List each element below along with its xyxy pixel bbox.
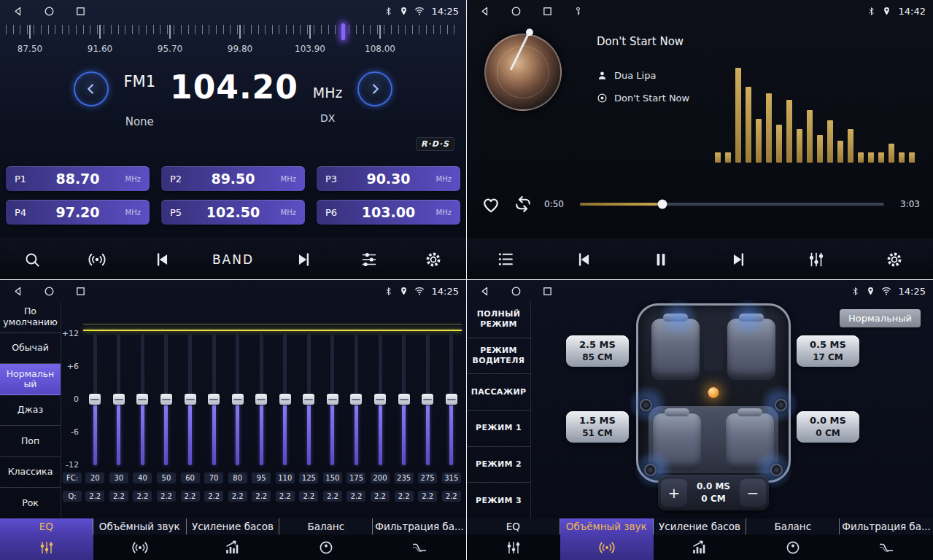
listening-mode-item[interactable]: РЕЖИМ 3 bbox=[467, 483, 530, 518]
eq-preset-item[interactable]: Нормальный bbox=[0, 364, 61, 395]
eq-slider-knob[interactable] bbox=[350, 394, 362, 405]
eq-band-slider[interactable] bbox=[155, 334, 179, 465]
repeat-icon[interactable] bbox=[512, 193, 534, 215]
tab-eq[interactable]: EQ bbox=[0, 518, 93, 560]
album-art[interactable] bbox=[484, 34, 562, 111]
preset-button[interactable]: P3 90.30 MHz bbox=[317, 166, 460, 191]
tab-bass-boost[interactable]: Усиление басов bbox=[187, 518, 280, 560]
listening-mode-item[interactable]: ПАССАЖИР bbox=[467, 374, 530, 411]
eq-slider-knob[interactable] bbox=[113, 394, 125, 405]
eq-band-slider[interactable] bbox=[249, 334, 274, 465]
listening-position-ball[interactable] bbox=[708, 387, 719, 398]
eq-band-slider[interactable] bbox=[439, 334, 463, 465]
eq-band-slider[interactable] bbox=[131, 334, 155, 465]
tab-surround[interactable]: Объёмный звук bbox=[560, 518, 654, 560]
band-frequency: 40 bbox=[133, 472, 152, 483]
previous-track-icon[interactable] bbox=[569, 250, 598, 269]
tab-surround[interactable]: Объёмный звук bbox=[93, 518, 187, 560]
delay-increase-button[interactable]: + bbox=[661, 479, 687, 507]
tab-filter[interactable]: Фильтрация ба... bbox=[373, 518, 466, 560]
preset-button[interactable]: P6 103.00 MHz bbox=[317, 200, 460, 225]
tab-eq[interactable]: EQ bbox=[467, 518, 560, 560]
nav-home-icon[interactable] bbox=[43, 285, 55, 298]
eq-slider-knob[interactable] bbox=[374, 394, 386, 405]
eq-band-slider[interactable] bbox=[225, 334, 249, 465]
preset-button[interactable]: P2 89.50 MHz bbox=[161, 166, 305, 191]
eq-preset-item[interactable]: По умолчанию bbox=[0, 302, 61, 333]
tune-up-button[interactable] bbox=[357, 71, 392, 106]
eq-slider-knob[interactable] bbox=[208, 394, 220, 405]
nav-recents-icon[interactable] bbox=[74, 285, 87, 298]
nav-recents-icon[interactable] bbox=[541, 285, 554, 298]
slider-track-upper bbox=[164, 334, 168, 400]
scan-icon[interactable] bbox=[18, 250, 47, 269]
eq-slider-knob[interactable] bbox=[446, 394, 457, 405]
eq-preset-item[interactable]: Обычай bbox=[0, 333, 61, 365]
eq-sliders-icon[interactable] bbox=[802, 250, 831, 269]
previous-icon[interactable] bbox=[147, 250, 177, 269]
eq-preset-item[interactable]: Рок bbox=[0, 488, 61, 518]
listening-mode-item[interactable]: РЕЖИМ 2 bbox=[467, 447, 530, 483]
nav-home-icon[interactable] bbox=[510, 5, 522, 18]
settings-gear-icon[interactable] bbox=[880, 250, 909, 269]
tab-balance[interactable]: Баланс bbox=[279, 518, 373, 560]
eq-band-slider[interactable] bbox=[107, 334, 131, 465]
eq-band-slider[interactable] bbox=[368, 334, 392, 465]
nav-home-icon[interactable] bbox=[43, 5, 55, 18]
nav-back-icon[interactable] bbox=[479, 285, 491, 298]
sound-preset-badge[interactable]: Нормальный bbox=[840, 309, 921, 327]
eq-slider-knob[interactable] bbox=[303, 394, 314, 405]
favorite-heart-icon[interactable] bbox=[480, 193, 502, 215]
eq-slider-knob[interactable] bbox=[160, 394, 172, 405]
preset-button[interactable]: P1 88.70 MHz bbox=[6, 166, 150, 191]
listening-mode-item[interactable]: РЕЖИМ 1 bbox=[467, 411, 530, 447]
eq-slider-knob[interactable] bbox=[89, 394, 101, 405]
eq-preset-item[interactable]: Джаз bbox=[0, 395, 61, 427]
tune-sliders-icon[interactable] bbox=[355, 250, 384, 269]
eq-preset-item[interactable]: Поп bbox=[0, 426, 61, 457]
next-track-icon[interactable] bbox=[724, 250, 754, 269]
broadcast-icon[interactable] bbox=[82, 249, 112, 270]
eq-band-slider[interactable] bbox=[83, 334, 107, 465]
tune-down-button[interactable] bbox=[74, 71, 109, 106]
eq-band-slider[interactable] bbox=[344, 334, 368, 465]
nav-back-icon[interactable] bbox=[12, 5, 24, 18]
eq-slider-knob[interactable] bbox=[279, 394, 291, 405]
nav-back-icon[interactable] bbox=[479, 5, 491, 18]
nav-back-icon[interactable] bbox=[12, 285, 24, 298]
nav-recents-icon[interactable] bbox=[74, 5, 87, 18]
nav-recents-icon[interactable] bbox=[541, 5, 554, 18]
preset-button[interactable]: P4 97.20 MHz bbox=[6, 200, 150, 225]
pause-icon[interactable] bbox=[646, 250, 675, 269]
eq-band-slider[interactable] bbox=[274, 334, 298, 465]
next-icon[interactable] bbox=[290, 250, 319, 269]
progress-slider[interactable] bbox=[580, 203, 884, 206]
eq-preset-item[interactable]: Классика bbox=[0, 457, 61, 489]
nav-home-icon[interactable] bbox=[510, 285, 522, 298]
preset-button[interactable]: P5 102.50 MHz bbox=[161, 200, 305, 225]
tab-bass-boost[interactable]: Усиление басов bbox=[654, 518, 747, 560]
eq-slider-knob[interactable] bbox=[185, 394, 196, 405]
listening-mode-item[interactable]: РЕЖИМ ВОДИТЕЛЯ bbox=[467, 338, 530, 375]
playlist-icon[interactable] bbox=[491, 249, 520, 269]
eq-band-slider[interactable] bbox=[392, 334, 416, 465]
eq-slider-knob[interactable] bbox=[327, 394, 338, 405]
listening-mode-item[interactable]: ПОЛНЫЙ РЕЖИМ bbox=[467, 302, 530, 338]
settings-gear-icon[interactable] bbox=[419, 250, 448, 269]
eq-band-slider[interactable] bbox=[321, 334, 345, 465]
eq-slider-knob[interactable] bbox=[136, 394, 148, 405]
eq-band-slider[interactable] bbox=[297, 334, 321, 465]
eq-slider-knob[interactable] bbox=[422, 394, 433, 405]
eq-slider-knob[interactable] bbox=[255, 394, 267, 405]
tab-balance[interactable]: Баланс bbox=[746, 518, 840, 560]
delay-decrease-button[interactable]: − bbox=[740, 479, 766, 507]
progress-knob[interactable] bbox=[657, 200, 667, 209]
tab-filter[interactable]: Фильтрация ба... bbox=[840, 518, 933, 560]
eq-slider-knob[interactable] bbox=[232, 394, 244, 405]
eq-slider-knob[interactable] bbox=[398, 394, 410, 405]
band-button[interactable]: BAND bbox=[212, 252, 254, 267]
eq-band-slider[interactable] bbox=[178, 334, 202, 465]
eq-band-slider[interactable] bbox=[416, 334, 440, 465]
eq-band-slider[interactable] bbox=[202, 334, 226, 465]
bluetooth-icon bbox=[383, 286, 394, 297]
